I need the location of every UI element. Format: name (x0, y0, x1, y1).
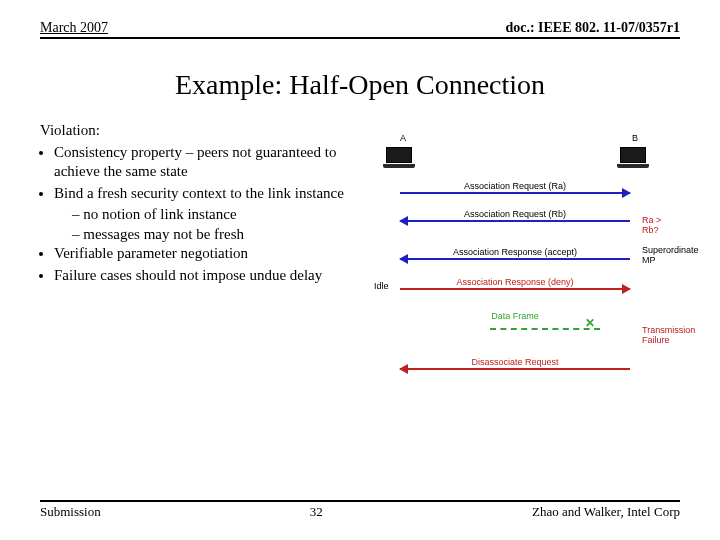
dashed-arrow-icon (490, 328, 600, 330)
violation-heading: Violation: (40, 121, 360, 141)
footer-right: Zhao and Walker, Intel Corp (532, 504, 680, 520)
violation-sub-2: – messages may not be fresh (40, 225, 360, 245)
failure-x-icon: ✕ (585, 316, 595, 330)
violation-sub-1: – no notion of link instance (40, 205, 360, 225)
slide-title: Example: Half-Open Connection (40, 69, 680, 101)
arrow-left-icon (400, 258, 630, 260)
arrow-right-icon (400, 192, 630, 194)
arrow-left-icon (400, 368, 630, 370)
msg-data-frame: Data Frame (400, 311, 630, 321)
sequence-diagram: A B Association Request (Ra) Association… (360, 121, 680, 421)
header-doc-ref: doc.: IEEE 802. 11-07/0357r1 (505, 20, 680, 36)
violation-bullet-4: Failure cases should not impose undue de… (54, 266, 360, 286)
violation-bullet-1: Consistency property – peers not guarant… (54, 143, 360, 182)
violation-bullet-2: Bind a fresh security context to the lin… (54, 184, 360, 204)
laptop-b-icon (616, 147, 650, 169)
msg-assoc-resp-deny: Association Response (deny) (400, 277, 630, 287)
laptop-a-icon (382, 147, 416, 169)
violation-bullet-3: Verifiable parameter negotiation (54, 244, 360, 264)
footer-left: Submission (40, 504, 101, 520)
footer-page-number: 32 (310, 504, 323, 520)
idle-label: Idle (374, 281, 389, 291)
note-ra-rb: Ra > Rb? (642, 215, 680, 235)
arrow-left-icon (400, 220, 630, 222)
msg-disassociate: Disassociate Request (400, 357, 630, 367)
violation-block: Violation: Consistency property – peers … (40, 121, 360, 287)
msg-assoc-resp-accept: Association Response (accept) (400, 247, 630, 257)
node-a-label: A (400, 133, 406, 143)
msg-assoc-req-ra: Association Request (Ra) (400, 181, 630, 191)
node-b-label: B (632, 133, 638, 143)
msg-assoc-req-rb: Association Request (Rb) (400, 209, 630, 219)
header-date: March 2007 (40, 20, 108, 36)
arrow-right-icon (400, 288, 630, 290)
note-tx-failure: Transmission Failure (642, 325, 695, 345)
note-superordinate: Superordinate MP (642, 245, 699, 265)
